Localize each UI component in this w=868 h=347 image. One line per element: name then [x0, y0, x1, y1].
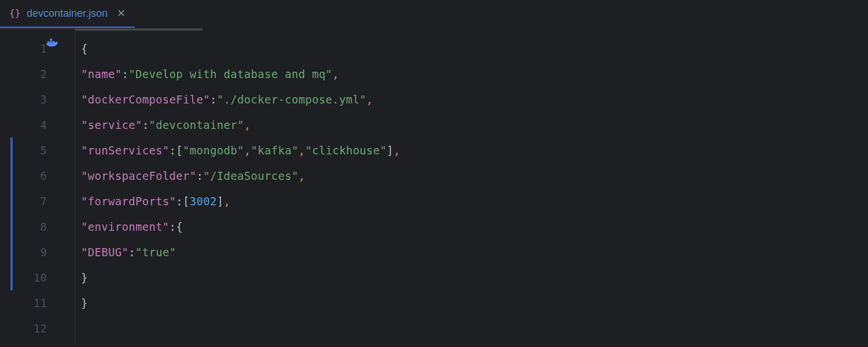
line-number[interactable]: 2 — [0, 61, 75, 87]
line-number[interactable]: 11 — [0, 290, 75, 316]
code-line: "forwardPorts": [3002], — [81, 189, 868, 214]
line-number[interactable]: 3 — [0, 87, 75, 112]
line-number[interactable]: 5 — [0, 138, 75, 163]
line-number[interactable]: 4 — [0, 112, 75, 138]
tab-title: devcontainer.json — [27, 8, 108, 20]
code-line: "name": "Develop with database and mq", — [81, 61, 868, 87]
line-number[interactable]: 7 — [0, 189, 75, 214]
code-line: "service": "devcontainer", — [81, 112, 868, 138]
line-number[interactable]: 1 — [0, 36, 75, 61]
code-line: { — [81, 36, 868, 61]
svg-text:{}: {} — [9, 8, 20, 19]
code-line: "environment": { — [81, 214, 868, 239]
editor-area: 1 2 3 4 5 6 7 8 9 10 11 12 { "name": "De… — [0, 29, 868, 347]
code-line — [81, 316, 868, 341]
line-number[interactable]: 8 — [0, 214, 75, 239]
tab-bar: {} devcontainer.json ✕ — [0, 0, 868, 29]
code-line: } — [81, 290, 868, 316]
code-content[interactable]: { "name": "Develop with database and mq"… — [75, 29, 868, 347]
json-file-icon: {} — [9, 8, 21, 19]
line-number[interactable]: 9 — [0, 239, 75, 265]
code-line: "workspaceFolder": "/IdeaSources", — [81, 163, 868, 189]
code-line: } — [81, 265, 868, 290]
line-number[interactable]: 12 — [0, 316, 75, 341]
code-line: "dockerComposeFile": "./docker-compose.y… — [81, 87, 868, 112]
line-number[interactable]: 6 — [0, 163, 75, 189]
code-line: "DEBUG": "true" — [81, 239, 868, 265]
editor-tab-devcontainer[interactable]: {} devcontainer.json ✕ — [0, 0, 135, 28]
code-line: "runServices": ["mongodb", "kafka", "cli… — [81, 138, 868, 163]
close-icon[interactable]: ✕ — [117, 7, 126, 20]
line-number[interactable]: 10 — [0, 265, 75, 290]
gutter: 1 2 3 4 5 6 7 8 9 10 11 12 — [0, 29, 75, 347]
